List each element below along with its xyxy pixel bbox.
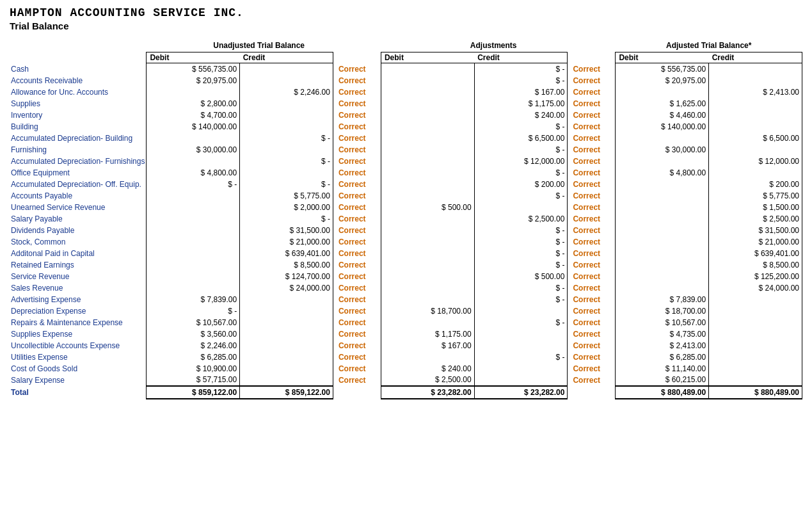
atb-credit-cell bbox=[709, 121, 802, 133]
adj-debit-cell: $ 2,500.00 bbox=[381, 374, 474, 386]
utb-correct-label: Correct bbox=[333, 133, 371, 144]
adj-credit-cell bbox=[474, 202, 568, 213]
utb-debit-cell bbox=[147, 86, 240, 98]
adj-debit-cell bbox=[381, 86, 474, 98]
account-name: Supplies bbox=[10, 98, 147, 109]
account-name: Retained Earnings bbox=[10, 259, 147, 271]
utb-debit-col-header: Debit bbox=[147, 52, 240, 63]
account-name: Sales Revenue bbox=[10, 282, 147, 294]
atb-debit-cell bbox=[616, 271, 709, 282]
atb-debit-cell bbox=[616, 236, 709, 248]
account-name: Cash bbox=[10, 63, 147, 75]
adj-correct-label: Correct bbox=[568, 374, 606, 386]
utb-debit-cell: $ 6,285.00 bbox=[147, 351, 240, 363]
adj-correct-label: Correct bbox=[568, 328, 606, 340]
atb-credit-cell: $ 639,401.00 bbox=[709, 248, 802, 259]
adj-correct-label: Correct bbox=[568, 236, 606, 248]
adj-debit-cell bbox=[381, 248, 474, 259]
adj-correct-label: Correct bbox=[568, 167, 606, 179]
utb-debit-cell bbox=[147, 259, 240, 271]
atb-debit-cell: $ 20,975.00 bbox=[616, 75, 709, 86]
utb-credit-cell bbox=[240, 374, 333, 386]
atb-credit-col-header: Credit bbox=[709, 52, 802, 63]
atb-debit-cell bbox=[616, 248, 709, 259]
utb-credit-cell bbox=[240, 340, 333, 351]
atb-credit-cell: $ 12,000.00 bbox=[709, 156, 802, 167]
utb-correct-label: Correct bbox=[333, 248, 371, 259]
utb-correct-label: Correct bbox=[333, 190, 371, 202]
adj-correct-label: Correct bbox=[568, 179, 606, 190]
adj-debit-cell: $ 167.00 bbox=[381, 340, 474, 351]
utb-credit-cell bbox=[240, 351, 333, 363]
utb-credit-cell bbox=[240, 144, 333, 156]
unadjusted-header: Unadjusted Trial Balance bbox=[147, 41, 372, 52]
table-row: Office Equipment$ 4,800.00Correct$ -Corr… bbox=[10, 167, 802, 179]
adj-debit-cell bbox=[381, 225, 474, 236]
utb-correct-label: Correct bbox=[333, 98, 371, 109]
total-adj-debit: $ 23,282.00 bbox=[381, 386, 474, 399]
atb-debit-cell: $ 140,000.00 bbox=[616, 121, 709, 133]
account-name: Advertising Expense bbox=[10, 294, 147, 305]
adj-debit-cell bbox=[381, 213, 474, 225]
table-row: Salary Payable$ -Correct$ 2,500.00Correc… bbox=[10, 213, 802, 225]
table-row: Allowance for Unc. Accounts$ 2,246.00Cor… bbox=[10, 86, 802, 98]
atb-credit-cell bbox=[709, 340, 802, 351]
utb-credit-cell: $ 5,775.00 bbox=[240, 190, 333, 202]
adj-debit-cell bbox=[381, 156, 474, 167]
adj-credit-cell: $ - bbox=[474, 351, 568, 363]
total-label: Total bbox=[10, 386, 147, 399]
table-row: Additonal Paid in Capital$ 639,401.00Cor… bbox=[10, 248, 802, 259]
atb-debit-cell bbox=[616, 213, 709, 225]
atb-credit-cell bbox=[709, 294, 802, 305]
atb-debit-cell: $ 10,567.00 bbox=[616, 317, 709, 328]
adj-correct-label: Correct bbox=[568, 156, 606, 167]
table-row: Repairs & Maintenance Expense$ 10,567.00… bbox=[10, 317, 802, 328]
utb-credit-cell: $ 639,401.00 bbox=[240, 248, 333, 259]
utb-correct-label: Correct bbox=[333, 236, 371, 248]
adj-credit-cell: $ - bbox=[474, 144, 568, 156]
utb-correct-label: Correct bbox=[333, 213, 371, 225]
utb-credit-cell: $ - bbox=[240, 213, 333, 225]
account-name: Unearned Service Revenue bbox=[10, 202, 147, 213]
adj-correct-label: Correct bbox=[568, 86, 606, 98]
adj-credit-cell: $ - bbox=[474, 190, 568, 202]
utb-credit-cell: $ 124,700.00 bbox=[240, 271, 333, 282]
utb-debit-cell: $ 4,800.00 bbox=[147, 167, 240, 179]
atb-credit-cell bbox=[709, 167, 802, 179]
account-name: Supplies Expense bbox=[10, 328, 147, 340]
utb-debit-cell: $ 3,560.00 bbox=[147, 328, 240, 340]
atb-debit-cell: $ 6,285.00 bbox=[616, 351, 709, 363]
adj-credit-cell: $ - bbox=[474, 282, 568, 294]
adj-debit-cell bbox=[381, 294, 474, 305]
utb-credit-cell: $ - bbox=[240, 179, 333, 190]
utb-credit-cell bbox=[240, 121, 333, 133]
company-name: HAMPTON ACCOUNTING SERVICE INC. bbox=[10, 6, 802, 19]
utb-correct-label: Correct bbox=[333, 167, 371, 179]
utb-credit-cell bbox=[240, 294, 333, 305]
atb-credit-cell bbox=[709, 305, 802, 317]
atb-credit-cell: $ 8,500.00 bbox=[709, 259, 802, 271]
adj-debit-col-header: Debit bbox=[381, 52, 474, 63]
account-name: Salary Expense bbox=[10, 374, 147, 386]
utb-correct-label: Correct bbox=[333, 351, 371, 363]
utb-debit-cell bbox=[147, 213, 240, 225]
adj-credit-cell: $ - bbox=[474, 167, 568, 179]
utb-correct-label: Correct bbox=[333, 259, 371, 271]
table-row: Accumulated Depreciation- Furnishings$ -… bbox=[10, 156, 802, 167]
adj-credit-cell: $ - bbox=[474, 236, 568, 248]
adj-credit-cell: $ 500.00 bbox=[474, 271, 568, 282]
utb-credit-cell: $ 31,500.00 bbox=[240, 225, 333, 236]
utb-credit-cell: $ 8,500.00 bbox=[240, 259, 333, 271]
atb-credit-cell: $ 200.00 bbox=[709, 179, 802, 190]
table-row: Building$ 140,000.00Correct$ -Correct$ 1… bbox=[10, 121, 802, 133]
adj-credit-cell: $ 2,500.00 bbox=[474, 213, 568, 225]
atb-credit-cell bbox=[709, 144, 802, 156]
utb-correct-label: Correct bbox=[333, 225, 371, 236]
utb-debit-cell bbox=[147, 271, 240, 282]
atb-credit-cell: $ 1,500.00 bbox=[709, 202, 802, 213]
adj-debit-cell bbox=[381, 144, 474, 156]
atb-credit-cell: $ 31,500.00 bbox=[709, 225, 802, 236]
adj-correct-label: Correct bbox=[568, 225, 606, 236]
utb-debit-cell: $ 4,700.00 bbox=[147, 109, 240, 121]
atb-debit-cell: $ 11,140.00 bbox=[616, 363, 709, 374]
